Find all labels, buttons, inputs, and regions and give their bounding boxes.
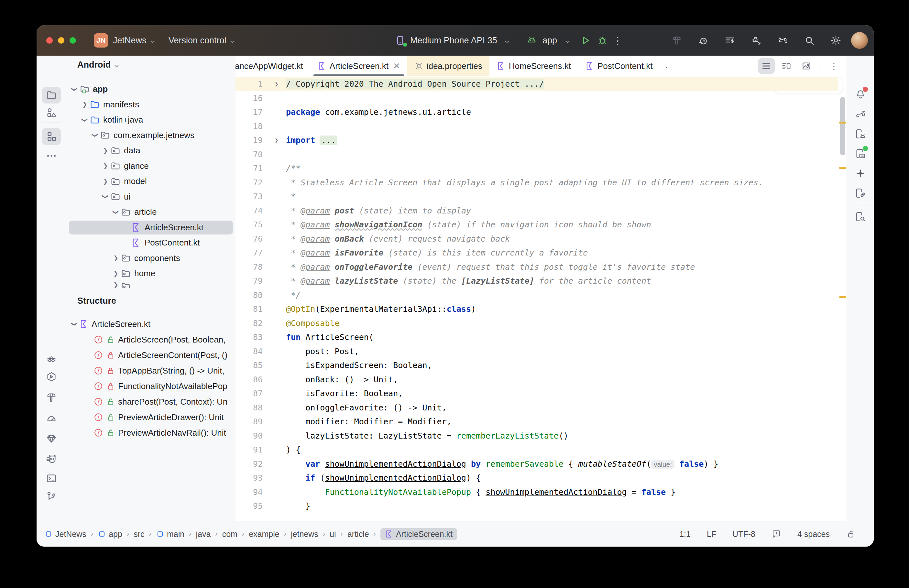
chevron-collapsed-icon[interactable]: ❯ <box>101 178 110 185</box>
line-number[interactable]: 85 <box>236 359 263 373</box>
chevron-expanded-icon[interactable]: ❯ <box>71 319 78 329</box>
tab-idea-properties[interactable]: idea.properties <box>407 56 489 76</box>
code-line[interactable]: 76 * @param onBack (event) request navig… <box>236 232 838 246</box>
code-line[interactable]: 81@OptIn(ExperimentalMaterial3Api::class… <box>236 302 838 316</box>
line-number[interactable]: 78 <box>236 260 263 274</box>
close-tab-icon[interactable]: ✕ <box>393 61 400 71</box>
line-number[interactable]: 93 <box>236 471 263 485</box>
structure-item[interactable]: sharePost(Post, Context): Un <box>66 394 236 409</box>
breadcrumb-java[interactable]: java <box>196 530 211 539</box>
chevron-expanded-icon[interactable]: ❯ <box>112 207 119 217</box>
tree-row-partial[interactable]: ❯ <box>66 281 236 288</box>
code-line[interactable]: 74 * @param post (state) item to display <box>236 204 838 218</box>
line-number[interactable]: 89 <box>236 415 263 429</box>
tree-item-app[interactable]: ❯app <box>66 81 236 97</box>
code-editor[interactable]: 2 3 ⌃ ⌄ 1❯/ Copyright 2020 The Android O… <box>236 76 847 522</box>
breadcrumb-app[interactable]: app <box>98 530 122 539</box>
project-switcher[interactable]: JetNews ⌄ <box>113 25 155 56</box>
error-stripe[interactable] <box>838 76 847 522</box>
line-number[interactable]: 87 <box>236 386 263 401</box>
line-number[interactable]: 75 <box>236 218 263 232</box>
device-manager-icon[interactable] <box>851 126 870 142</box>
breadcrumb-articlescreen-kt[interactable]: ArticleScreen.kt <box>380 528 457 540</box>
code-line[interactable]: 72 * Stateless Article Screen that displ… <box>236 176 838 190</box>
user-avatar[interactable] <box>851 32 868 49</box>
gradle-sync-icon[interactable] <box>777 34 789 47</box>
chevron-collapsed-icon[interactable]: ❯ <box>80 101 90 108</box>
code-line[interactable]: 86 onBack: () -> Unit, <box>236 373 838 387</box>
project-icon[interactable] <box>42 87 61 103</box>
warning-stripe-mark[interactable] <box>839 296 846 298</box>
fold-marker-icon[interactable]: ❯ <box>272 77 281 91</box>
tree-item-components[interactable]: ❯components <box>66 250 236 266</box>
indent-style[interactable]: 4 spaces <box>798 530 830 539</box>
line-number[interactable]: 79 <box>236 274 263 288</box>
file-encoding[interactable]: UTF-8 <box>732 530 756 539</box>
gradle-icon[interactable] <box>851 106 870 123</box>
code-line[interactable]: 80 */ <box>236 288 838 302</box>
code-line[interactable]: 90 lazyListState: LazyListState = rememb… <box>236 429 838 443</box>
structure-icon[interactable] <box>42 128 61 145</box>
resource-manager-icon[interactable] <box>42 105 61 121</box>
line-number[interactable]: 91 <box>236 443 263 457</box>
code-line[interactable]: 95 } <box>236 499 838 513</box>
vcs-widget[interactable]: Version control ⌄ <box>168 25 235 56</box>
version-control-icon[interactable] <box>42 488 61 505</box>
structure-item[interactable]: TopAppBar(String, () -> Unit, <box>66 363 236 378</box>
warning-stripe-mark[interactable] <box>839 122 846 124</box>
tree-item-postcontent-kt[interactable]: PostContent.kt <box>66 235 236 250</box>
chevron-collapsed-icon[interactable]: ❯ <box>111 281 121 288</box>
terminal-icon[interactable] <box>42 470 61 487</box>
editor-list-button[interactable] <box>758 58 775 74</box>
code-line[interactable]: 91) { <box>236 443 838 457</box>
structure-item[interactable]: PreviewArticleDrawer(): Unit <box>66 409 236 425</box>
device-explorer-icon[interactable] <box>851 208 870 225</box>
code-line[interactable]: 16 <box>236 91 838 105</box>
editor-options-icon[interactable]: ⋮ <box>825 58 842 74</box>
structure-item[interactable]: ArticleScreen(Post, Boolean, <box>66 332 236 347</box>
settings-icon[interactable] <box>830 34 842 47</box>
breadcrumb-ui[interactable]: ui <box>329 530 336 539</box>
fold-marker-icon[interactable]: ❯ <box>272 133 281 147</box>
app-quality-insights-icon[interactable] <box>42 430 61 447</box>
code-line[interactable]: 18 <box>236 120 838 134</box>
line-number[interactable]: 73 <box>236 189 263 204</box>
code-line[interactable]: 83fun ArticleScreen( <box>236 330 838 344</box>
running-devices-icon[interactable] <box>851 145 870 162</box>
line-number[interactable]: 83 <box>236 330 263 344</box>
breadcrumb-jetnews[interactable]: jetnews <box>291 530 318 539</box>
line-number[interactable]: 82 <box>236 316 263 331</box>
line-number[interactable]: 76 <box>236 232 263 246</box>
breadcrumb-com[interactable]: com <box>222 530 237 539</box>
zoom-window-button[interactable] <box>69 37 76 44</box>
scrollbar-thumb[interactable] <box>840 97 845 155</box>
line-number[interactable]: 84 <box>236 344 263 359</box>
device-selector[interactable]: Medium Phone API 35 ⌄ <box>394 25 510 56</box>
line-number[interactable]: 86 <box>236 373 263 387</box>
tree-item-ui[interactable]: ❯ui <box>66 189 236 205</box>
chevron-expanded-icon[interactable]: ❯ <box>81 115 88 125</box>
code-line[interactable]: 78 * @param onToggleFavorite (event) req… <box>236 260 838 274</box>
tree-item-manifests[interactable]: ❯manifests <box>66 97 236 113</box>
tree-item-data[interactable]: ❯data <box>66 143 236 158</box>
tab-postcontent-kt[interactable]: PostContent.kt <box>578 56 660 76</box>
line-number[interactable]: 1 <box>236 77 263 91</box>
code-line[interactable]: 19❯import ... <box>236 133 838 147</box>
debug-button[interactable] <box>596 34 609 47</box>
line-number[interactable]: 74 <box>236 204 263 218</box>
project-avatar[interactable]: JN <box>94 33 108 48</box>
event-log-icon[interactable] <box>772 529 781 539</box>
tree-item-model[interactable]: ❯model <box>66 174 236 189</box>
line-number[interactable]: 95 <box>236 499 263 513</box>
code-line[interactable]: 88 onToggleFavorite: () -> Unit, <box>236 401 838 415</box>
structure-item[interactable]: ArticleScreenContent(Post, () <box>66 347 236 363</box>
tree-item-articlescreen-kt[interactable]: ArticleScreen.kt <box>66 220 236 236</box>
run-button[interactable] <box>580 34 592 47</box>
tab-articlescreen-kt[interactable]: ArticleScreen.kt✕ <box>310 56 407 76</box>
line-number[interactable]: 17 <box>236 105 263 120</box>
caret-position[interactable]: 1:1 <box>679 530 691 539</box>
line-number[interactable]: 72 <box>236 176 263 190</box>
chevron-collapsed-icon[interactable]: ❯ <box>111 255 121 262</box>
more-run-options-icon[interactable]: ⋮ <box>613 35 623 46</box>
tab-homescreens-kt[interactable]: HomeScreens.kt <box>489 56 578 76</box>
